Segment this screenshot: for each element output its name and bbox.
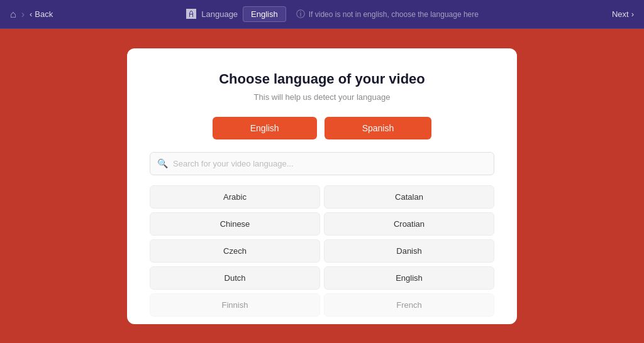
spanish-quick-button[interactable]: Spanish: [325, 117, 432, 139]
language-grid: Arabic Catalan Chinese Croatian Czech Da…: [150, 185, 494, 317]
language-nav-value[interactable]: English: [243, 6, 286, 22]
language-item-chinese[interactable]: Chinese: [150, 212, 320, 236]
back-button[interactable]: ‹ Back: [30, 9, 53, 19]
language-item-catalan[interactable]: Catalan: [324, 185, 494, 209]
info-icon: ⓘ: [296, 9, 305, 20]
modal-title: Choose language of your video: [150, 71, 494, 87]
search-container: 🔍: [150, 152, 494, 175]
top-navigation: ⌂ › ‹ Back 🅰 Language English ⓘ If video…: [0, 0, 644, 29]
next-button[interactable]: Next ›: [612, 9, 634, 19]
language-item-dutch[interactable]: Dutch: [150, 266, 320, 290]
language-item-arabic[interactable]: Arabic: [150, 185, 320, 209]
back-label: Back: [35, 9, 53, 19]
search-icon: 🔍: [157, 158, 168, 168]
main-content: Choose language of your video This will …: [0, 29, 644, 343]
language-search-input[interactable]: [150, 152, 494, 175]
language-item-czech[interactable]: Czech: [150, 239, 320, 263]
language-item-croatian[interactable]: Croatian: [324, 212, 494, 236]
chevron-right-icon: ›: [631, 9, 634, 19]
chevron-left-icon: ‹: [30, 9, 32, 19]
language-translate-icon: 🅰: [186, 9, 196, 20]
language-modal: Choose language of your video This will …: [127, 48, 517, 324]
language-item-finnish[interactable]: Finnish: [150, 293, 320, 317]
language-item-english[interactable]: English: [324, 266, 494, 290]
nav-divider: ›: [21, 9, 25, 20]
next-label: Next: [612, 9, 629, 19]
language-nav-label: Language: [201, 9, 238, 19]
nav-center: 🅰 Language English ⓘ If video is not in …: [186, 6, 479, 22]
hint-text: If video is not in english, choose the l…: [309, 10, 479, 19]
language-item-danish[interactable]: Danish: [324, 239, 494, 263]
quick-language-buttons: English Spanish: [150, 117, 494, 139]
nav-left: ⌂ › ‹ Back: [10, 9, 53, 20]
language-item-french[interactable]: French: [324, 293, 494, 317]
home-icon[interactable]: ⌂: [10, 9, 16, 20]
language-list-container[interactable]: Arabic Catalan Chinese Croatian Czech Da…: [150, 185, 494, 324]
modal-subtitle: This will help us detect your language: [150, 92, 494, 102]
language-hint: ⓘ If video is not in english, choose the…: [296, 9, 479, 20]
english-quick-button[interactable]: English: [213, 117, 317, 139]
